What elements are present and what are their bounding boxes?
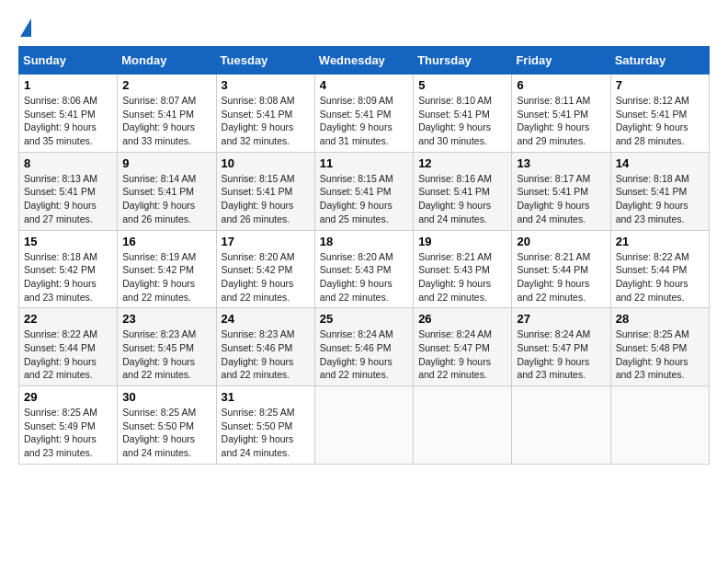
calendar-day-cell: 7 Sunrise: 8:12 AMSunset: 5:41 PMDayligh… (610, 75, 709, 153)
day-info: Sunrise: 8:18 AMSunset: 5:41 PMDaylight:… (616, 172, 704, 226)
day-number: 16 (122, 235, 210, 248)
calendar-day-cell: 26 Sunrise: 8:24 AMSunset: 5:47 PMDaylig… (414, 308, 512, 386)
day-number: 20 (517, 235, 605, 248)
calendar-day-header: Wednesday (314, 47, 413, 75)
day-number: 21 (616, 235, 704, 248)
day-number: 6 (517, 78, 605, 92)
calendar-day-header: Sunday (19, 47, 118, 75)
day-info: Sunrise: 8:17 AMSunset: 5:41 PMDaylight:… (517, 172, 605, 226)
day-info: Sunrise: 8:20 AMSunset: 5:42 PMDaylight:… (222, 250, 310, 304)
day-info: Sunrise: 8:22 AMSunset: 5:44 PMDaylight:… (616, 250, 704, 304)
day-info: Sunrise: 8:12 AMSunset: 5:41 PMDaylight:… (616, 94, 704, 148)
day-number: 3 (222, 78, 310, 92)
day-number: 26 (418, 312, 506, 326)
calendar-week-row: 1 Sunrise: 8:06 AMSunset: 5:41 PMDayligh… (19, 75, 710, 153)
day-number: 28 (616, 312, 704, 326)
calendar-week-row: 22 Sunrise: 8:22 AMSunset: 5:44 PMDaylig… (19, 308, 710, 386)
day-info: Sunrise: 8:13 AMSunset: 5:41 PMDaylight:… (24, 172, 112, 226)
calendar-day-cell: 18 Sunrise: 8:20 AMSunset: 5:43 PMDaylig… (314, 230, 413, 308)
day-number: 18 (320, 235, 408, 248)
day-info: Sunrise: 8:24 AMSunset: 5:47 PMDaylight:… (517, 327, 605, 382)
calendar-day-cell: 25 Sunrise: 8:24 AMSunset: 5:46 PMDaylig… (314, 308, 413, 386)
day-number: 1 (24, 78, 112, 92)
day-number: 5 (418, 78, 506, 92)
day-info: Sunrise: 8:18 AMSunset: 5:42 PMDaylight:… (24, 250, 112, 304)
calendar-day-cell: 31 Sunrise: 8:25 AMSunset: 5:50 PMDaylig… (216, 386, 314, 465)
page-header (18, 18, 710, 37)
calendar-day-header: Monday (118, 47, 216, 75)
calendar-day-cell: 10 Sunrise: 8:15 AMSunset: 5:41 PMDaylig… (216, 152, 314, 230)
calendar-week-row: 29 Sunrise: 8:25 AMSunset: 5:49 PMDaylig… (19, 386, 710, 465)
day-number: 12 (418, 156, 506, 170)
calendar-day-cell: 12 Sunrise: 8:16 AMSunset: 5:41 PMDaylig… (414, 152, 512, 230)
calendar-week-row: 8 Sunrise: 8:13 AMSunset: 5:41 PMDayligh… (19, 152, 710, 230)
calendar-day-cell: 9 Sunrise: 8:14 AMSunset: 5:41 PMDayligh… (118, 152, 216, 230)
day-number: 25 (320, 312, 408, 326)
day-info: Sunrise: 8:23 AMSunset: 5:45 PMDaylight:… (122, 327, 210, 382)
calendar-table: SundayMondayTuesdayWednesdayThursdayFrid… (18, 46, 710, 465)
day-number: 2 (122, 78, 210, 92)
day-number: 29 (24, 390, 112, 404)
calendar-day-cell: 6 Sunrise: 8:11 AMSunset: 5:41 PMDayligh… (512, 75, 610, 153)
day-number: 27 (517, 312, 605, 326)
day-info: Sunrise: 8:11 AMSunset: 5:41 PMDaylight:… (517, 94, 605, 148)
calendar-day-cell: 13 Sunrise: 8:17 AMSunset: 5:41 PMDaylig… (512, 152, 610, 230)
day-info: Sunrise: 8:08 AMSunset: 5:41 PMDaylight:… (222, 94, 310, 148)
calendar-day-header: Friday (512, 47, 610, 75)
day-number: 19 (418, 235, 506, 248)
day-info: Sunrise: 8:25 AMSunset: 5:48 PMDaylight:… (616, 327, 704, 382)
day-info: Sunrise: 8:25 AMSunset: 5:49 PMDaylight:… (24, 406, 112, 460)
day-number: 23 (122, 312, 210, 326)
calendar-day-cell (512, 386, 610, 465)
calendar-day-cell: 29 Sunrise: 8:25 AMSunset: 5:49 PMDaylig… (19, 386, 118, 465)
day-number: 7 (616, 78, 704, 92)
calendar-day-header: Saturday (610, 47, 709, 75)
calendar-day-cell: 11 Sunrise: 8:15 AMSunset: 5:41 PMDaylig… (314, 152, 413, 230)
day-info: Sunrise: 8:10 AMSunset: 5:41 PMDaylight:… (418, 94, 506, 148)
calendar-day-cell: 28 Sunrise: 8:25 AMSunset: 5:48 PMDaylig… (610, 308, 709, 386)
calendar-day-cell: 4 Sunrise: 8:09 AMSunset: 5:41 PMDayligh… (314, 75, 413, 153)
day-info: Sunrise: 8:19 AMSunset: 5:42 PMDaylight:… (122, 250, 210, 304)
calendar-week-row: 15 Sunrise: 8:18 AMSunset: 5:42 PMDaylig… (19, 230, 710, 308)
calendar-day-cell: 15 Sunrise: 8:18 AMSunset: 5:42 PMDaylig… (19, 230, 118, 308)
day-number: 15 (24, 235, 112, 248)
calendar-day-cell: 21 Sunrise: 8:22 AMSunset: 5:44 PMDaylig… (610, 230, 709, 308)
calendar-day-cell: 14 Sunrise: 8:18 AMSunset: 5:41 PMDaylig… (610, 152, 709, 230)
calendar-header-row: SundayMondayTuesdayWednesdayThursdayFrid… (19, 47, 710, 75)
logo (18, 18, 31, 37)
calendar-day-cell (314, 386, 413, 465)
day-info: Sunrise: 8:09 AMSunset: 5:41 PMDaylight:… (320, 94, 408, 148)
day-info: Sunrise: 8:25 AMSunset: 5:50 PMDaylight:… (222, 406, 310, 460)
calendar-day-cell: 22 Sunrise: 8:22 AMSunset: 5:44 PMDaylig… (19, 308, 118, 386)
day-info: Sunrise: 8:23 AMSunset: 5:46 PMDaylight:… (222, 327, 310, 382)
day-info: Sunrise: 8:25 AMSunset: 5:50 PMDaylight:… (122, 406, 210, 460)
calendar-day-header: Thursday (414, 47, 512, 75)
day-number: 13 (517, 156, 605, 170)
logo-triangle-icon (20, 18, 31, 37)
calendar-day-cell: 19 Sunrise: 8:21 AMSunset: 5:43 PMDaylig… (414, 230, 512, 308)
day-info: Sunrise: 8:07 AMSunset: 5:41 PMDaylight:… (122, 94, 210, 148)
day-number: 17 (222, 235, 310, 248)
day-info: Sunrise: 8:06 AMSunset: 5:41 PMDaylight:… (24, 94, 112, 148)
calendar-day-cell: 8 Sunrise: 8:13 AMSunset: 5:41 PMDayligh… (19, 152, 118, 230)
day-info: Sunrise: 8:14 AMSunset: 5:41 PMDaylight:… (122, 172, 210, 226)
day-info: Sunrise: 8:15 AMSunset: 5:41 PMDaylight:… (320, 172, 408, 226)
day-number: 9 (122, 156, 210, 170)
day-number: 14 (616, 156, 704, 170)
day-info: Sunrise: 8:24 AMSunset: 5:46 PMDaylight:… (320, 327, 408, 382)
calendar-day-cell: 17 Sunrise: 8:20 AMSunset: 5:42 PMDaylig… (216, 230, 314, 308)
day-info: Sunrise: 8:15 AMSunset: 5:41 PMDaylight:… (222, 172, 310, 226)
calendar-day-cell: 16 Sunrise: 8:19 AMSunset: 5:42 PMDaylig… (118, 230, 216, 308)
calendar-day-cell (414, 386, 512, 465)
day-number: 10 (222, 156, 310, 170)
day-info: Sunrise: 8:24 AMSunset: 5:47 PMDaylight:… (418, 327, 506, 382)
day-info: Sunrise: 8:22 AMSunset: 5:44 PMDaylight:… (24, 327, 112, 382)
calendar-day-cell: 23 Sunrise: 8:23 AMSunset: 5:45 PMDaylig… (118, 308, 216, 386)
day-number: 8 (24, 156, 112, 170)
calendar-day-cell: 24 Sunrise: 8:23 AMSunset: 5:46 PMDaylig… (216, 308, 314, 386)
calendar-day-cell: 2 Sunrise: 8:07 AMSunset: 5:41 PMDayligh… (118, 75, 216, 153)
day-number: 24 (222, 312, 310, 326)
calendar-day-cell: 20 Sunrise: 8:21 AMSunset: 5:44 PMDaylig… (512, 230, 610, 308)
calendar-day-cell: 5 Sunrise: 8:10 AMSunset: 5:41 PMDayligh… (414, 75, 512, 153)
day-number: 11 (320, 156, 408, 170)
